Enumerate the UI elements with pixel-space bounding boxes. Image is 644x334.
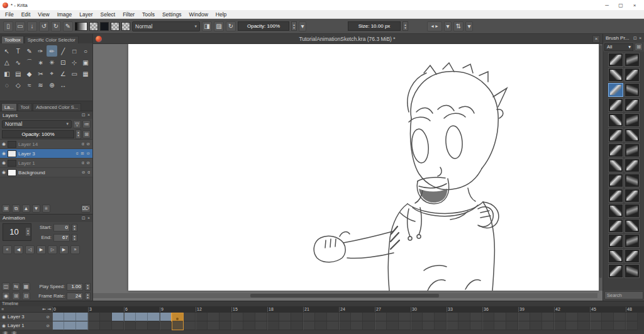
timeline-cell[interactable] [327, 313, 339, 321]
timeline-cell[interactable] [506, 321, 518, 330]
eraser-mode-icon[interactable]: ◨ [202, 21, 212, 31]
close-docker-icon[interactable]: × [87, 113, 90, 118]
preserve-alpha-icon[interactable]: ▨ [214, 21, 224, 31]
loop-icon[interactable]: ◉ [2, 292, 10, 300]
layer-filter-icon[interactable]: ▽ [73, 120, 81, 128]
tl-label-1[interactable]: ◉ Layer 1 ⊘ [0, 321, 52, 330]
timeline-cell[interactable] [255, 313, 267, 321]
brush-preset[interactable] [625, 143, 640, 157]
next-keyframe-button[interactable]: ▶ [59, 245, 69, 254]
play-button[interactable]: ▶ [36, 245, 46, 254]
timeline-cell[interactable] [196, 313, 208, 321]
first-frame-button[interactable]: « [3, 245, 12, 254]
brush-preset[interactable] [625, 113, 640, 127]
brush-size-slider[interactable]: Size: 10.00 px [348, 21, 401, 31]
save-document-icon[interactable]: ↓ [27, 21, 37, 31]
float-docker-icon[interactable]: ⊡ [633, 36, 637, 41]
timeline-cell[interactable] [590, 313, 602, 321]
timeline-cell[interactable] [160, 321, 172, 330]
dynamic-brush-tool-icon[interactable]: ∗ [35, 57, 47, 68]
vertical-scrollbar-thumb[interactable] [599, 45, 602, 278]
timeline-cell[interactable] [423, 321, 435, 330]
brush-preset[interactable] [608, 204, 623, 218]
drop-frames-icon[interactable]: ▦ [22, 282, 30, 291]
spin-down-icon[interactable]: ▾ [292, 26, 296, 30]
float-docker-icon[interactable]: ⊡ [82, 216, 86, 221]
add-blank-frame-icon[interactable]: ⊞ [12, 292, 20, 300]
docker-tab-3[interactable]: Advanced Color S... [33, 103, 81, 111]
timeline-cell[interactable] [470, 321, 482, 330]
layer-view-options-icon[interactable]: ≔ [82, 120, 91, 128]
visibility-icon[interactable]: ◉ [2, 323, 6, 328]
timeline-cell[interactable] [363, 313, 375, 321]
end-spinner[interactable]: ▴ ▾ [72, 234, 77, 242]
pan-tool-icon[interactable]: ↔ [57, 79, 69, 91]
close-docker-icon[interactable]: × [87, 216, 90, 221]
open-document-icon[interactable]: ▭ [15, 21, 25, 31]
transform-tool-icon[interactable]: ⊡ [57, 57, 69, 68]
next-jump-icon[interactable]: ⇥ [47, 307, 51, 311]
color-sampler-tool-icon[interactable]: ◆ [24, 68, 35, 79]
move-layer-up-button[interactable]: ▲ [22, 204, 30, 213]
delete-layer-button[interactable]: ⌦ [81, 204, 91, 213]
brush-preset[interactable] [625, 249, 640, 263]
timeline-cell[interactable] [208, 321, 219, 330]
timeline-cell[interactable] [578, 313, 590, 321]
timeline-cell[interactable] [279, 313, 291, 321]
pattern-chip[interactable] [89, 22, 98, 31]
prev-frame-button[interactable]: ◁ [25, 245, 35, 254]
add-layer-button[interactable]: ⊞ [2, 204, 10, 213]
docker-tab-1[interactable]: La... [1, 103, 17, 111]
brush-preset[interactable] [608, 234, 623, 248]
remove-frame-icon[interactable]: ⊟ [22, 292, 30, 300]
timeline-cell[interactable] [112, 313, 124, 321]
timeline-cell[interactable] [64, 313, 76, 321]
brush-preset[interactable] [625, 83, 640, 97]
timeline-cell[interactable] [542, 313, 554, 321]
timeline-cell[interactable] [447, 313, 458, 321]
brush-preset[interactable] [625, 234, 640, 248]
menu-help[interactable]: Help [212, 11, 230, 18]
gradient-tool-icon[interactable]: ▤ [13, 68, 24, 79]
current-frame-spinner[interactable]: ▴ ▾ [25, 227, 31, 237]
add-keyframe-button[interactable]: ⊞ [2, 331, 9, 334]
timeline-cell[interactable] [387, 313, 399, 321]
multibrush-tool-icon[interactable]: ✳ [47, 57, 58, 68]
frame-rate-field[interactable]: 24 [67, 292, 83, 300]
zoom-tool-icon[interactable]: ⊕ [47, 79, 58, 91]
toolbox-tab-2[interactable]: Specific Color Selector [25, 36, 79, 43]
brush-preset[interactable] [608, 159, 623, 172]
timeline-cell[interactable] [208, 313, 219, 321]
poly-select-tool-icon[interactable]: ◇ [13, 79, 24, 91]
close-docker-icon[interactable]: × [639, 36, 641, 41]
menu-edit[interactable]: Edit [18, 11, 35, 18]
select-shapes-tool-icon[interactable]: ↖ [1, 45, 13, 57]
timeline-cell[interactable] [172, 321, 184, 330]
spin-down-icon[interactable]: ▾ [26, 232, 30, 235]
menu-settings[interactable]: Settings [158, 11, 186, 18]
visibility-icon[interactable]: ◉ [2, 170, 6, 175]
timeline-cell[interactable] [518, 313, 530, 321]
timeline-cell[interactable] [267, 313, 279, 321]
mirror-horizontal-options-icon[interactable]: ▾ [444, 21, 452, 31]
layer-properties-button[interactable]: ≡ [42, 204, 50, 213]
timeline-cell[interactable] [231, 313, 243, 321]
timeline-cell[interactable] [76, 321, 88, 330]
timeline-cell[interactable] [124, 313, 136, 321]
vertical-scrollbar[interactable] [599, 44, 602, 291]
timeline-cell[interactable] [267, 321, 279, 330]
opacity-options-icon[interactable]: ▾ [299, 21, 306, 31]
timeline-cell[interactable] [303, 321, 315, 330]
prev-keyframe-button[interactable]: ◀ [14, 245, 23, 254]
timeline-cell[interactable] [184, 321, 196, 330]
timeline-cell[interactable] [530, 313, 542, 321]
timeline-cell[interactable] [470, 313, 482, 321]
timeline-cell[interactable] [303, 313, 315, 321]
calligraphy-tool-icon[interactable]: ✑ [35, 45, 47, 57]
fill-tool-icon[interactable]: ◧ [1, 68, 13, 79]
timeline-cell[interactable] [530, 321, 542, 330]
timeline-cell[interactable] [375, 313, 387, 321]
duplicate-layer-button[interactable]: ⧉ [12, 204, 20, 213]
undo-icon[interactable]: ↺ [39, 21, 49, 31]
timeline-cell[interactable] [435, 321, 447, 330]
